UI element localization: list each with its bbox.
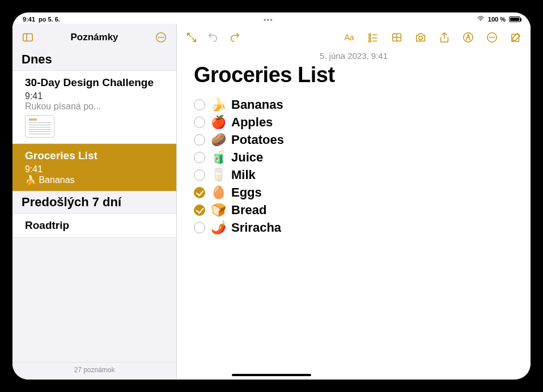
checklist-label[interactable]: Sriracha: [231, 220, 281, 235]
checklist-emoji: 🌶️: [211, 220, 226, 235]
checklist-item[interactable]: 🍌Bananas: [194, 97, 514, 112]
wifi-icon: [477, 16, 485, 23]
svg-point-21: [494, 37, 494, 38]
svg-point-11: [369, 40, 371, 42]
checklist-checkbox[interactable]: [194, 152, 205, 163]
ipad-frame: 9:41 po 5. 6. ••• 100 % Poznámky: [0, 0, 543, 392]
checklist-label[interactable]: Milk: [231, 168, 256, 182]
note-body[interactable]: 5. júna 2023, 9:41 Groceries List 🍌Banan…: [177, 49, 531, 380]
checklist-item[interactable]: 🌶️Sriracha: [194, 220, 514, 235]
svg-point-5: [161, 37, 162, 38]
note-date: 5. júna 2023, 9:41: [194, 51, 514, 61]
more-icon[interactable]: [484, 29, 500, 45]
svg-rect-1: [23, 34, 33, 41]
format-text-icon[interactable]: Aa: [341, 29, 357, 45]
checklist-emoji: 🥚: [211, 185, 226, 200]
checklist-item[interactable]: 🧃Juice: [194, 150, 514, 165]
note-item-title: Roadtrip: [25, 219, 167, 232]
checklist-item[interactable]: 🥚Eggs: [194, 185, 514, 200]
checklist-emoji: 🍌: [211, 97, 226, 112]
checklist-checkbox[interactable]: [194, 187, 205, 198]
checklist-checkbox[interactable]: [194, 204, 205, 216]
note-item-time: 9:41: [25, 164, 167, 174]
sidebar-footer-count: 27 poznámok: [12, 362, 176, 380]
multitask-indicator-icon[interactable]: •••: [264, 15, 273, 24]
checklist-emoji: 🧃: [211, 150, 226, 165]
svg-point-19: [490, 37, 490, 38]
note-list-item[interactable]: 30-Day Design Challenge9:41Rukou písaná …: [12, 70, 176, 144]
share-icon[interactable]: [436, 29, 452, 45]
status-time: 9:41: [23, 16, 35, 23]
checklist-checkbox[interactable]: [194, 99, 205, 110]
sidebar-more-icon[interactable]: [154, 30, 168, 45]
note-item-preview: Rukou písaná po...: [25, 101, 167, 112]
expand-icon[interactable]: [184, 29, 200, 45]
checklist-checkbox[interactable]: [194, 169, 205, 181]
undo-icon[interactable]: [205, 29, 221, 45]
section-header: Predošlých 7 dní: [12, 191, 176, 213]
note-content-area: Aa 5. júna 2023, 9:41 Groceries List 🍌Ba…: [177, 24, 531, 380]
sidebar-title: Poznámky: [70, 32, 118, 43]
checklist-label[interactable]: Apples: [231, 115, 273, 130]
checklist-emoji: 🥔: [211, 133, 226, 147]
checklist-item[interactable]: 🥔Potatoes: [194, 133, 514, 147]
redo-icon[interactable]: [227, 29, 243, 45]
checklist-icon[interactable]: [365, 29, 381, 45]
markup-icon[interactable]: [460, 29, 476, 45]
status-bar: 9:41 po 5. 6. ••• 100 %: [12, 12, 531, 24]
checklist-item[interactable]: 🍞Bread: [194, 203, 514, 218]
note-list-item[interactable]: Roadtrip: [12, 213, 176, 238]
table-icon[interactable]: [389, 29, 405, 45]
checklist-item[interactable]: 🍎Apples: [194, 115, 514, 130]
camera-icon[interactable]: [413, 29, 429, 45]
note-title[interactable]: Groceries List: [194, 63, 514, 87]
svg-point-6: [163, 37, 163, 38]
checklist-emoji: 🍎: [211, 115, 226, 130]
note-list-item[interactable]: Groceries List9:41🍌 Bananas: [12, 144, 176, 191]
svg-point-4: [159, 37, 159, 38]
note-item-title: 30-Day Design Challenge: [25, 76, 167, 89]
svg-point-20: [492, 37, 493, 38]
battery-icon: [509, 16, 520, 22]
content-toolbar: Aa: [177, 24, 531, 49]
note-checklist[interactable]: 🍌Bananas🍎Apples🥔Potatoes🧃Juice🥛Milk🥚Eggs…: [194, 97, 514, 235]
note-item-preview: 🍌 Bananas: [25, 174, 167, 185]
status-date: po 5. 6.: [39, 16, 60, 23]
checklist-label[interactable]: Bananas: [231, 97, 283, 112]
note-item-title: Groceries List: [25, 150, 167, 162]
svg-point-16: [419, 36, 422, 40]
screen: 9:41 po 5. 6. ••• 100 % Poznámky: [12, 12, 531, 380]
battery-text: 100 %: [488, 16, 506, 23]
svg-point-7: [369, 34, 371, 36]
checklist-label[interactable]: Potatoes: [231, 133, 284, 147]
svg-point-0: [480, 20, 481, 22]
checklist-emoji: 🍞: [211, 203, 226, 218]
note-item-time: 9:41: [25, 91, 167, 101]
checklist-item[interactable]: 🥛Milk: [194, 168, 514, 182]
section-header: Dnes: [12, 49, 176, 70]
compose-icon[interactable]: [508, 29, 524, 45]
notes-sidebar: Poznámky Dnes30-Day Design Challenge9:41…: [12, 24, 177, 380]
checklist-emoji: 🥛: [211, 168, 226, 182]
note-item-thumbnail: [25, 115, 54, 138]
checklist-checkbox[interactable]: [194, 222, 205, 233]
checklist-checkbox[interactable]: [194, 117, 205, 128]
sidebar-toggle-icon[interactable]: [20, 30, 35, 45]
svg-point-9: [369, 37, 371, 39]
home-indicator[interactable]: [232, 374, 311, 376]
sidebar-toolbar: Poznámky: [12, 24, 176, 49]
checklist-label[interactable]: Juice: [231, 150, 263, 165]
checklist-label[interactable]: Eggs: [231, 185, 262, 200]
checklist-checkbox[interactable]: [194, 134, 205, 146]
checklist-label[interactable]: Bread: [231, 203, 266, 218]
